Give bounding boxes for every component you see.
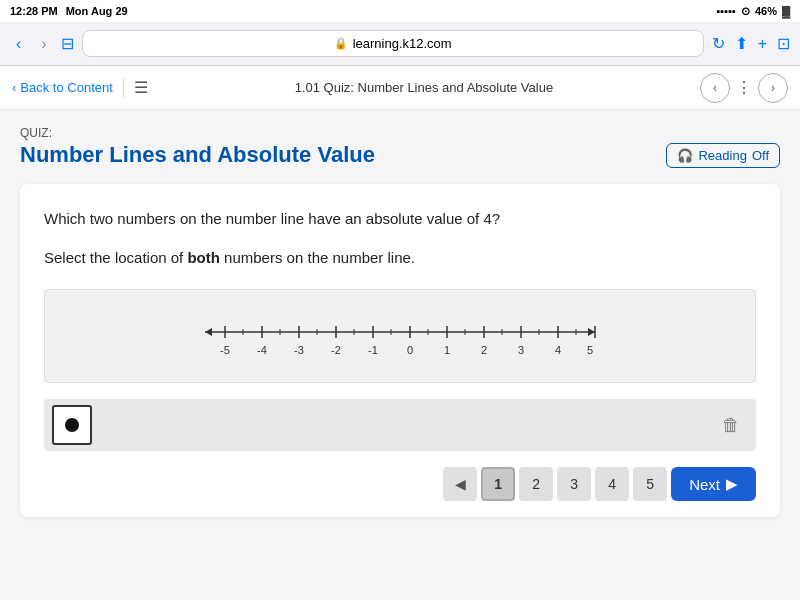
battery-icon: ▓ [782, 5, 790, 17]
token-box[interactable] [52, 405, 92, 445]
svg-marker-2 [205, 328, 212, 336]
svg-text:-2: -2 [331, 344, 341, 356]
svg-text:5: 5 [587, 344, 593, 356]
svg-text:2: 2 [481, 344, 487, 356]
svg-text:1: 1 [444, 344, 450, 356]
quiz-title-row: Number Lines and Absolute Value 🎧 Readin… [20, 142, 780, 168]
time: 12:28 PM [10, 5, 58, 17]
back-chevron-icon: ‹ [12, 80, 16, 95]
share-btn[interactable]: ⬆ [735, 34, 748, 53]
answer-token-row: 🗑 [44, 399, 756, 451]
browser-forward-btn[interactable]: › [35, 33, 52, 55]
battery: 46% [755, 5, 777, 17]
number-line-container[interactable]: -5 -4 -3 -2 -1 0 1 [44, 289, 756, 383]
hamburger-menu-btn[interactable]: ☰ [134, 78, 148, 97]
headphones-icon: 🎧 [677, 148, 693, 163]
bookmarks-btn[interactable]: ⊟ [61, 34, 74, 53]
browser-back-btn[interactable]: ‹ [10, 33, 27, 55]
page-4-btn[interactable]: 4 [595, 467, 629, 501]
svg-text:-4: -4 [257, 344, 267, 356]
reading-state: Off [752, 148, 769, 163]
question-instruction: Select the location of both numbers on t… [44, 247, 756, 270]
question-text: Which two numbers on the number line hav… [44, 208, 756, 231]
url-text: learning.k12.com [353, 36, 452, 51]
instruction-bold: both [187, 249, 219, 266]
main-content: QUIZ: Number Lines and Absolute Value 🎧 … [0, 110, 800, 600]
refresh-btn[interactable]: ↻ [712, 34, 725, 53]
address-bar[interactable]: 🔒 learning.k12.com [82, 30, 704, 57]
token-dot [65, 418, 79, 432]
svg-text:4: 4 [555, 344, 561, 356]
question-card: Which two numbers on the number line hav… [20, 184, 780, 517]
next-page-btn[interactable]: › [758, 73, 788, 103]
back-to-content-btn[interactable]: ‹ Back to Content [12, 80, 113, 95]
page-toolbar: ‹ Back to Content ☰ 1.01 Quiz: Number Li… [0, 66, 800, 110]
delete-token-btn[interactable]: 🗑 [714, 411, 748, 440]
number-line-svg[interactable]: -5 -4 -3 -2 -1 0 1 [190, 310, 610, 370]
tabs-btn[interactable]: ⊡ [777, 34, 790, 53]
toolbar-divider [123, 78, 124, 98]
page-2-btn[interactable]: 2 [519, 467, 553, 501]
quiz-label: QUIZ: [20, 126, 780, 140]
svg-text:3: 3 [518, 344, 524, 356]
reading-btn[interactable]: 🎧 Reading Off [666, 143, 780, 168]
page-3-btn[interactable]: 3 [557, 467, 591, 501]
svg-text:-1: -1 [368, 344, 378, 356]
svg-text:0: 0 [407, 344, 413, 356]
next-arrow-icon: ▶ [726, 475, 738, 493]
svg-text:-5: -5 [220, 344, 230, 356]
page-1-btn[interactable]: 1 [481, 467, 515, 501]
browser-chrome: ‹ › ⊟ 🔒 learning.k12.com ↻ ⬆ + ⊡ [0, 22, 800, 66]
prev-page-btn[interactable]: ‹ [700, 73, 730, 103]
instruction-prefix: Select the location of [44, 249, 187, 266]
page-title: 1.01 Quiz: Number Lines and Absolute Val… [148, 80, 700, 95]
svg-text:-3: -3 [294, 344, 304, 356]
lock-icon: 🔒 [334, 37, 348, 50]
new-tab-btn[interactable]: + [758, 35, 767, 53]
browser-actions: ↻ ⬆ + ⊡ [712, 34, 790, 53]
prev-arrow-btn[interactable]: ◀ [443, 467, 477, 501]
next-btn[interactable]: Next ▶ [671, 467, 756, 501]
signal-icon: ▪▪▪▪▪ [716, 5, 736, 17]
svg-marker-1 [588, 328, 595, 336]
reading-label: Reading [698, 148, 746, 163]
status-bar: 12:28 PM Mon Aug 29 ▪▪▪▪▪ ⊙ 46% ▓ [0, 0, 800, 22]
next-label: Next [689, 476, 720, 493]
back-to-content-label: Back to Content [20, 80, 113, 95]
instruction-suffix: numbers on the number line. [220, 249, 415, 266]
page-5-btn[interactable]: 5 [633, 467, 667, 501]
pagination: ◀ 1 2 3 4 5 Next ▶ [44, 467, 756, 501]
date: Mon Aug 29 [66, 5, 128, 17]
quiz-title: Number Lines and Absolute Value [20, 142, 375, 168]
more-options-btn[interactable]: ⋮ [730, 78, 758, 97]
wifi-icon: ⊙ [741, 5, 750, 18]
